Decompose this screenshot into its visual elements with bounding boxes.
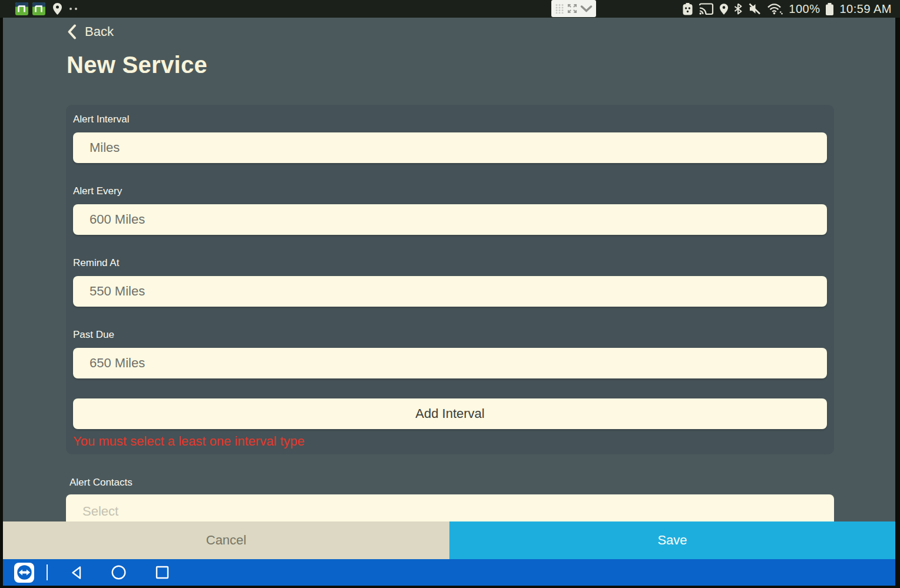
power-saver-icon: [683, 3, 693, 15]
nav-home-button[interactable]: [111, 564, 127, 580]
app-notification-icon: [15, 2, 28, 15]
teamviewer-icon[interactable]: [14, 563, 34, 583]
nav-recents-icon: [155, 565, 170, 580]
expand-icon[interactable]: [567, 4, 577, 14]
alert-every-input[interactable]: 600 Miles: [73, 204, 827, 235]
remind-at-input[interactable]: 550 Miles: [73, 276, 827, 307]
collapse-chevron-icon[interactable]: [580, 5, 593, 12]
back-button-label: Back: [85, 24, 114, 39]
app-content: Back New Service Alert Interval Miles Al…: [3, 18, 895, 521]
cast-icon: [699, 3, 714, 15]
nav-separator: [47, 564, 48, 580]
wifi-icon: [767, 3, 783, 15]
past-due-input[interactable]: 650 Miles: [73, 348, 827, 378]
more-notifications-dots: [70, 8, 77, 10]
location-icon: [720, 4, 728, 15]
validation-error-message: You must select a least one interval typ…: [73, 434, 827, 449]
battery-icon: [826, 3, 833, 15]
back-button[interactable]: Back: [67, 24, 114, 40]
clock-label: 10:59 AM: [839, 2, 892, 16]
battery-percent-label: 100%: [789, 2, 820, 16]
cancel-button[interactable]: Cancel: [3, 521, 449, 559]
nav-back-icon: [69, 565, 85, 580]
alert-contacts-label: Alert Contacts: [70, 477, 133, 489]
nav-home-icon: [111, 564, 127, 580]
tablet-screen: { "status_bar": { "time": "10:59 AM", "b…: [0, 0, 900, 588]
remind-at-label: Remind At: [73, 257, 827, 269]
app-notification-icon: [32, 2, 45, 15]
alert-every-label: Alert Every: [73, 185, 827, 197]
page-title: New Service: [67, 52, 207, 78]
chevron-left-icon: [67, 24, 77, 40]
volume-muted-icon: [748, 3, 761, 15]
save-button[interactable]: Save: [449, 521, 895, 559]
status-bar: 100% 10:59 AM: [0, 0, 900, 18]
nav-back-button[interactable]: [69, 565, 85, 580]
past-due-label: Past Due: [73, 329, 827, 341]
nav-recents-button[interactable]: [155, 565, 170, 580]
alert-interval-select[interactable]: Miles: [73, 132, 827, 163]
bluetooth-icon: [734, 3, 742, 15]
status-bar-notifications: [0, 2, 77, 15]
interval-settings-card: Alert Interval Miles Alert Every 600 Mil…: [66, 105, 834, 454]
add-interval-button[interactable]: Add Interval: [73, 398, 827, 429]
drag-handle-grid-icon[interactable]: [555, 4, 564, 14]
bottom-action-bar: Cancel Save: [3, 521, 895, 559]
alert-interval-label: Alert Interval: [73, 114, 827, 125]
location-icon: [53, 3, 62, 15]
android-navigation-bar: [3, 559, 895, 586]
status-bar-system-icons: 100% 10:59 AM: [683, 2, 900, 16]
floating-keyboard-toolbar[interactable]: [551, 0, 596, 17]
alert-contacts-select[interactable]: Select: [66, 494, 834, 521]
